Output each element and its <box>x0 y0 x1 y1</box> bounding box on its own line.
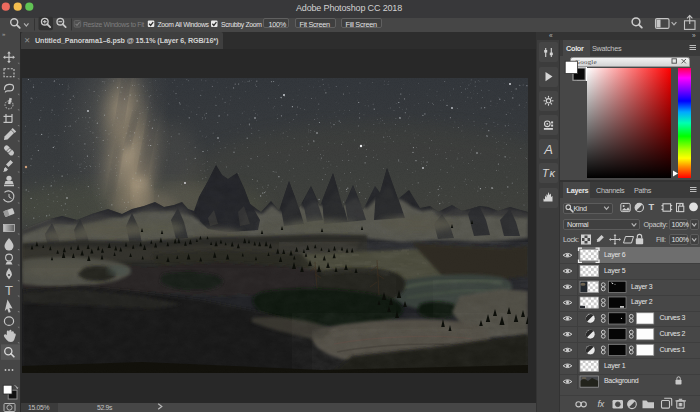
svg-text:T: T <box>5 283 13 298</box>
svg-text:T ĸ: T ĸ <box>542 167 556 179</box>
svg-text:A: A <box>543 142 553 157</box>
